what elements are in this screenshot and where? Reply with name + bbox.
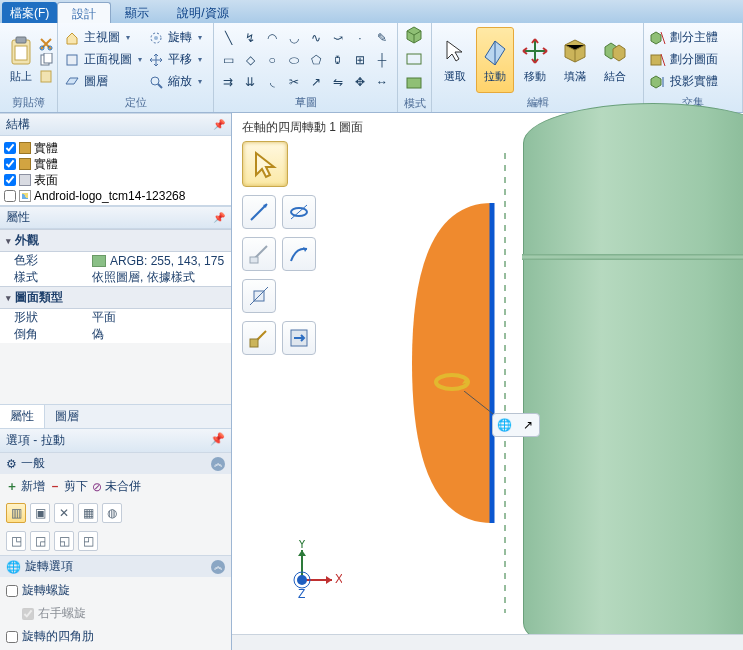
collapse-icon[interactable]: ︽ — [211, 457, 225, 471]
revolve-axis-icon[interactable] — [242, 195, 276, 229]
plane-view-button[interactable]: 圖層 — [62, 72, 144, 92]
revolve-profile-icon[interactable] — [282, 195, 316, 229]
pin-icon[interactable]: 📌 — [213, 212, 225, 223]
front-view-button[interactable]: 正面視圖 — [62, 50, 144, 70]
cursor-tool-icon[interactable] — [242, 141, 288, 187]
tree-checkbox[interactable] — [4, 174, 16, 186]
rect3pt-tool-icon[interactable]: ◇ — [240, 50, 260, 70]
line-tool-icon[interactable]: ╲ — [218, 28, 238, 48]
pull-opt8-icon[interactable]: ◱ — [54, 531, 74, 551]
project-tool-icon[interactable]: ⇊ — [240, 72, 260, 92]
mode-sketch-icon[interactable] — [404, 49, 426, 71]
paste-button[interactable]: 貼上 — [4, 27, 37, 93]
polygon-tool-icon[interactable]: ⬠ — [306, 50, 326, 70]
upto-icon[interactable] — [242, 321, 276, 355]
point-tool-icon[interactable]: · — [350, 28, 370, 48]
pull-opt3-icon[interactable]: ✕ — [54, 503, 74, 523]
prop-row-color[interactable]: 色彩ARGB: 255, 143, 175 — [0, 252, 231, 269]
sweep-path-icon[interactable] — [282, 237, 316, 271]
viewport[interactable]: 在軸的四周轉動 1 圖面 — [232, 113, 743, 650]
pull-opt2-icon[interactable]: ▣ — [30, 503, 50, 523]
tab-file[interactable]: 檔案(F) — [2, 2, 57, 23]
prop-row-shape[interactable]: 形狀平面 — [0, 309, 231, 326]
tree-checkbox[interactable] — [4, 158, 16, 170]
corners-checkbox[interactable]: 旋轉的四角肋 — [6, 627, 94, 646]
tree-row[interactable]: 實體 — [4, 156, 227, 172]
options-panel-title[interactable]: 選項 - 拉動 📌 — [0, 429, 231, 452]
fillet-tool-icon[interactable]: ◟ — [262, 72, 282, 92]
paste-small-icon[interactable] — [39, 69, 53, 83]
cut-option[interactable]: －剪下 — [49, 478, 88, 495]
split-face-button[interactable]: 劃分圖面 — [648, 50, 720, 70]
split-body-button[interactable]: 劃分主體 — [648, 28, 720, 48]
move-sketch-tool-icon[interactable]: ✥ — [350, 72, 370, 92]
collapse-icon[interactable]: ︽ — [211, 560, 225, 574]
options-rotate-header[interactable]: 🌐 旋轉選項 ︽ — [0, 555, 231, 577]
tab-help[interactable]: 說明/資源 — [163, 2, 242, 23]
pull-opt9-icon[interactable]: ◰ — [78, 531, 98, 551]
construction-tool-icon[interactable]: ⊞ — [350, 50, 370, 70]
mirror-tool-icon[interactable]: ⇋ — [328, 72, 348, 92]
rotate-button[interactable]: 旋轉 — [146, 28, 204, 48]
pull-opt4-icon[interactable]: ▦ — [78, 503, 98, 523]
pull-opt5-icon[interactable]: ◍ — [102, 503, 122, 523]
project-body-button[interactable]: 投影實體 — [648, 72, 720, 92]
select-button[interactable]: 選取 — [436, 27, 474, 93]
options-general-header[interactable]: ⚙ 一般 ︽ — [0, 452, 231, 474]
tab-props[interactable]: 屬性 — [0, 405, 45, 428]
extend-tool-icon[interactable]: ↗ — [306, 72, 326, 92]
home-view-button[interactable]: 主視圖 — [62, 28, 144, 48]
tangent-arc-tool-icon[interactable]: ⤻ — [328, 28, 348, 48]
prop-row-chamfer[interactable]: 倒角偽 — [0, 326, 231, 343]
mode-3d-icon[interactable] — [404, 25, 426, 47]
trim-tool-icon[interactable]: ✂ — [284, 72, 304, 92]
move-button[interactable]: 移動 — [516, 27, 554, 93]
structure-panel-title[interactable]: 結構 📌 — [0, 113, 231, 136]
tree-checkbox[interactable] — [4, 190, 16, 202]
polyline-tool-icon[interactable]: ↯ — [240, 28, 260, 48]
tree-row[interactable]: 實體 — [4, 140, 227, 156]
tab-layers[interactable]: 圖層 — [45, 405, 89, 428]
mini-direction-icon[interactable]: ↗ — [516, 414, 539, 436]
text-tool-icon[interactable]: ✎ — [372, 28, 392, 48]
helix-checkbox[interactable]: 旋轉螺旋 — [6, 581, 70, 600]
prop-section-appearance[interactable]: 外觀 — [0, 229, 231, 252]
pull-button[interactable]: 拉動 — [476, 27, 514, 93]
zoom-button[interactable]: 縮放 — [146, 72, 204, 92]
tree-checkbox[interactable] — [4, 142, 16, 154]
model-sketch-face[interactable] — [392, 193, 512, 533]
pan-button[interactable]: 平移 — [146, 50, 204, 70]
nomerge-option[interactable]: ⊘未合併 — [92, 478, 141, 495]
prop-section-facetype[interactable]: 圖面類型 — [0, 286, 231, 309]
centerline-tool-icon[interactable]: ┼ — [372, 50, 392, 70]
tab-view[interactable]: 顯示 — [111, 2, 163, 23]
combine-button[interactable]: 結合 — [596, 27, 634, 93]
tree-row[interactable]: 表面 — [4, 172, 227, 188]
offset-tool-icon[interactable]: ⇉ — [218, 72, 238, 92]
circle-tool-icon[interactable]: ○ — [262, 50, 282, 70]
pin-icon[interactable]: 📌 — [213, 119, 225, 130]
spline-tool-icon[interactable]: ∿ — [306, 28, 326, 48]
cut-icon[interactable] — [39, 37, 53, 51]
full-pull-icon[interactable] — [282, 321, 316, 355]
tab-design[interactable]: 設計 — [57, 2, 111, 23]
direction-icon[interactable] — [242, 237, 276, 271]
mini-sweep-icon[interactable]: 🌐 — [493, 414, 516, 436]
pull-opt1-icon[interactable]: ▥ — [6, 503, 26, 523]
mini-toolbar[interactable]: 🌐 ↗ — [492, 413, 540, 437]
pull-opt7-icon[interactable]: ◲ — [30, 531, 50, 551]
fill-button[interactable]: 填滿 — [556, 27, 594, 93]
ellipse-tool-icon[interactable]: ⬭ — [284, 50, 304, 70]
arc3pt-tool-icon[interactable]: ◠ — [262, 28, 282, 48]
copy-icon[interactable] — [39, 53, 53, 67]
structure-tree[interactable]: 實體 實體 表面 Android-logo_tcm14-123268 — [0, 136, 231, 206]
properties-panel-title[interactable]: 屬性 📌 — [0, 206, 231, 229]
mode-section-icon[interactable] — [404, 73, 426, 95]
dimension-tool-icon[interactable]: ↔ — [372, 72, 392, 92]
arc-tool-icon[interactable]: ◡ — [284, 28, 304, 48]
horizontal-scrollbar[interactable] — [232, 634, 743, 650]
slot-tool-icon[interactable]: ⧮ — [328, 50, 348, 70]
tree-row[interactable]: Android-logo_tcm14-123268 — [4, 188, 227, 204]
pull-opt6-icon[interactable]: ◳ — [6, 531, 26, 551]
rect-tool-icon[interactable]: ▭ — [218, 50, 238, 70]
